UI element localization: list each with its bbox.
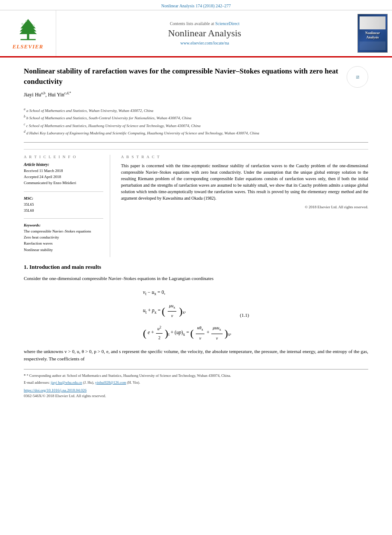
equation-1-1-block: vt − ux = 0, ut + px = ( μux v [24,287,368,343]
abstract-column: A B S T R A C T This paper is concerned … [121,155,368,258]
journal-cover-section: NonlinearAnalysis [353,10,392,56]
copyright-text: © 2018 Elsevier Ltd. All rights reserved… [121,205,368,209]
equation-number-1-1: (1.1) [240,310,249,320]
page: Nonlinear Analysis 174 (2018) 242–277 [0,0,392,535]
section1-title: 1. Introduction and main results [24,264,368,271]
article-history: Article history: Received 11 March 2018 … [24,162,103,186]
msc-codes: 35L65 35L60 [24,201,103,214]
equation-1-1-content: vt − ux = 0, ut + px = ( μux v [143,287,249,343]
paper-authors: Jiayi Hua,b, Hui Yinc,d,* [24,91,340,98]
contents-available-text: Contents lists available at ScienceDirec… [170,21,239,26]
elsevier-logo: ELSEVIER [13,16,44,50]
footnote-section: * * Corresponding author at: School of M… [24,369,368,398]
doi-link[interactable]: https://doi.org/10.1016/j.na.2018.04.026 [24,388,86,392]
info-divider-2 [24,218,103,219]
citation-bar: Nonlinear Analysis 174 (2018) 242–277 [0,0,392,10]
affiliations-section: a a School of Mathematics and Statistics… [24,107,368,143]
eq-line-2: ut + px = ( μux v )x, [143,302,186,321]
msc-code-2: 35L60 [24,207,103,213]
affiliation-c: c c School of Mathematics and Statistics… [24,122,368,129]
svg-rect-0 [27,34,29,40]
check-updates-icon: 🔄 [356,76,359,79]
check-for-updates-badge[interactable]: 🔄 [347,66,368,88]
journal-cover-title: NonlinearAnalysis [365,31,380,40]
abstract-text: This paper is concerned with the time-as… [121,162,368,201]
paper-title: Nonlinear stability of rarefaction waves… [24,66,340,87]
info-divider-1 [24,191,103,192]
paper-title-section: Nonlinear stability of rarefaction waves… [24,66,340,102]
affiliation-d: d d Hubei Key Laboratory of Engineering … [24,129,368,137]
author2-name: , Hui Yin [45,92,64,98]
eq-line-1: vt − ux = 0, [143,287,165,298]
paper-header: Nonlinear stability of rarefaction waves… [24,66,368,102]
article-info-abstract-section: A R T I C L E I N F O Article history: R… [24,149,368,258]
email1-attribution: (J. Hu), [83,380,94,385]
msc-label: MSC: [24,196,103,201]
journal-title: Nonlinear Analysis [168,28,241,39]
keyword-2: Zero heat conductivity [24,234,103,240]
journal-header: ELSEVIER Contents lists available at Sci… [0,10,392,57]
journal-name-section: Contents lists available at ScienceDirec… [56,10,353,56]
keyword-4: Nonlinear stability [24,247,103,253]
journal-cover-image: NonlinearAnalysis [357,14,388,53]
email-label: E-mail addresses: [24,380,50,385]
elsevier-brand-text: ELSEVIER [13,43,44,50]
footnote-emails: E-mail addresses: jiayi hu@whu.edu.cn (J… [24,380,368,385]
author1-affil: a,b [41,91,45,95]
accepted-date: Accepted 24 April 2018 [24,174,103,180]
article-info-header: A R T I C L E I N F O [24,155,103,159]
intro-paragraph-1: Consider the one-dimensional compressibl… [24,275,368,282]
svg-point-7 [25,20,27,22]
elsevier-tree-icon [13,16,43,42]
intro-paragraph-2: where the unknowns v > 0, u, θ > 0, p > … [24,348,368,363]
keyword-1: The compressible Navier–Stokes equations [24,228,103,234]
email1-link[interactable]: jiayi hu@whu.edu.cn [51,380,82,385]
footnote-corresponding: * * Corresponding author at: School of M… [24,373,368,379]
affiliation-b: b b School of Mathematics and Statistics… [24,114,368,121]
author2-affil: c,d,* [64,91,71,95]
main-content: Nonlinear stability of rarefaction waves… [0,57,392,407]
journal-citation: Nonlinear Analysis 174 (2018) 242–277 [161,3,231,8]
keyword-3: Rarefaction waves [24,240,103,246]
received-date: Received 11 March 2018 [24,168,103,174]
sciencedirect-link[interactable]: ScienceDirect [215,21,239,26]
eq-line-3: ( e + u2 2 )t + (up)x = ( κθx [143,324,231,343]
svg-point-5 [21,23,23,25]
article-history-label: Article history: [24,162,103,167]
keywords-label: Keywords: [24,223,103,227]
journal-url[interactable]: www.elsevier.com/locate/na [180,41,229,45]
doi-line[interactable]: https://doi.org/10.1016/j.na.2018.04.026 [24,388,368,392]
article-history-dates: Received 11 March 2018 Accepted 24 April… [24,168,103,186]
affiliation-a: a a School of Mathematics and Statistics… [24,107,368,114]
keywords-section: Keywords: The compressible Navier–Stokes… [24,223,103,253]
email2-attribution: (H. Yin). [127,380,140,385]
msc-code-1: 35L65 [24,201,103,207]
msc-section: MSC: 35L65 35L60 [24,196,103,214]
svg-point-6 [32,25,34,26]
communicated-by: Communicated by Enzo Mitidieri [24,180,103,186]
publisher-logo-section: ELSEVIER [0,10,56,56]
article-info-column: A R T I C L E I N F O Article history: R… [24,155,110,258]
abstract-header: A B S T R A C T [121,155,368,159]
email2-link[interactable]: yinhui928@126.com [95,380,126,385]
author1-name: Jiayi Hu [24,92,41,98]
svg-rect-1 [20,39,35,40]
issn-copyright: 0362-546X/© 2018 Elsevier Ltd. All right… [24,394,368,398]
